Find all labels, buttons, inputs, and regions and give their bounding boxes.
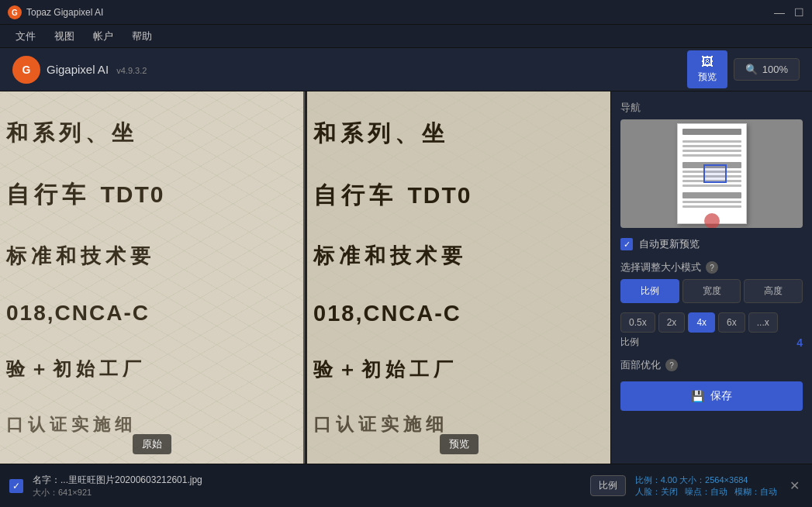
doc-line-5: 验＋初始工厂 [0, 357, 303, 381]
scale-4x-btn[interactable]: 4x [688, 312, 715, 333]
menu-help[interactable]: 帮助 [124, 26, 160, 47]
title-text: Topaz Gigapixel AI [26, 7, 103, 18]
minimize-button[interactable]: — [774, 6, 785, 19]
save-icon: 💾 [691, 390, 704, 402]
resize-mode-section: 选择调整大小模式 ? 比例 宽度 高度 [620, 260, 803, 303]
preview-button[interactable]: 🖼 预览 [687, 50, 727, 88]
image-icon: 🖼 [701, 55, 714, 69]
maximize-button[interactable]: ☐ [794, 6, 804, 19]
menu-bar: 文件 视图 帐户 帮助 [0, 25, 812, 48]
toolbar: G Gigapixel AI v4.9.3.2 🖼 预览 🔍 100% [0, 48, 812, 91]
scale-btn-group: 0.5x 2x 4x 6x ...x [620, 312, 803, 333]
save-button[interactable]: 💾 保存 [620, 381, 803, 411]
title-bar: G Topaz Gigapixel AI — ☐ [0, 0, 812, 25]
doc-line-r2: 自行车 TDT0 [307, 180, 610, 212]
doc-line-3: 标准和技术要 [0, 243, 303, 270]
scale-05x-btn[interactable]: 0.5x [620, 312, 655, 333]
processing-params: 人脸：关闭 噪点：自动 模糊：自动 [635, 486, 777, 498]
mode-btn-group: 比例 宽度 高度 [620, 279, 803, 303]
window-controls: — ☐ [774, 6, 804, 19]
output-info: 比例：4.00 大小：2564×3684 人脸：关闭 噪点：自动 模糊：自动 [635, 474, 777, 498]
auto-update-checkbox[interactable]: ✓ [620, 238, 633, 250]
sidebar: 导航 [610, 91, 812, 464]
doc-line-4: 018,CNCA-C [0, 301, 303, 326]
menu-file[interactable]: 文件 [8, 26, 43, 47]
doc-text-overlay-left: 和系列、坐 自行车 TDT0 标准和技术要 018,CNCA-C 验＋初始工厂 … [0, 91, 303, 464]
app-version: v4.9.3.2 [116, 66, 147, 75]
scale-6x-btn[interactable]: 6x [718, 312, 745, 333]
doc-text-overlay-right: 和系列、坐 自行车 TDT0 标准和技术要 018,CNCA-C 验＋初始工厂 … [307, 91, 610, 464]
doc-line-2: 自行车 TDT0 [0, 179, 303, 211]
status-bar: ✓ 名字：...里旺旺图片20200603212601.jpg 大小：641×9… [0, 464, 812, 507]
doc-line-r6: 口认证实施细 [307, 412, 610, 436]
nav-thumbnail[interactable] [620, 119, 803, 228]
preview-label: 预览 [440, 434, 479, 454]
doc-line-r4: 018,CNCA-C [307, 301, 610, 326]
resize-mode-label: 选择调整大小模式 [620, 260, 701, 274]
scale-2x-btn[interactable]: 2x [658, 312, 686, 333]
preview-panel: 和系列、坐 自行车 TDT0 标准和技术要 018,CNCA-C 验＋初始工厂 … [307, 91, 610, 464]
auto-update-label: 自动更新预览 [639, 237, 700, 251]
file-name: 名字：...里旺旺图片20200603212601.jpg [33, 474, 581, 487]
resize-mode-label-row: 选择调整大小模式 ? [620, 260, 803, 274]
doc-line-r5: 验＋初始工厂 [307, 357, 610, 382]
doc-line-r3: 标准和技术要 [307, 242, 610, 270]
thumbnail-doc [677, 123, 747, 224]
auto-update-row: ✓ 自动更新预览 [620, 237, 803, 251]
mode-ratio-btn[interactable]: 比例 [620, 279, 679, 303]
logo-area: G Gigapixel AI v4.9.3.2 [12, 56, 147, 84]
menu-account[interactable]: 帐户 [85, 26, 121, 47]
scale-label: 比例 [620, 336, 639, 349]
main-area: 和系列、坐 自行车 TDT0 标准和技术要 018,CNCA-C 验＋初始工厂 … [0, 91, 812, 464]
app-icon: G [8, 5, 22, 19]
original-label: 原始 [133, 434, 171, 454]
menu-view[interactable]: 视图 [47, 26, 82, 47]
nav-title: 导航 [620, 101, 803, 115]
output-size: 比例：4.00 大小：2564×3684 [635, 474, 777, 486]
scale-value-row: 比例 4 [620, 336, 803, 349]
scale-value: 4 [796, 336, 803, 349]
mode-height-btn[interactable]: 高度 [744, 279, 803, 303]
toolbar-right: 🖼 预览 🔍 100% [687, 50, 800, 88]
file-info: 名字：...里旺旺图片20200603212601.jpg 大小：641×921 [33, 474, 581, 498]
app-name: Gigapixel AI v4.9.3.2 [47, 63, 147, 76]
status-checkbox[interactable]: ✓ [9, 479, 23, 493]
mode-width-btn[interactable]: 宽度 [682, 279, 741, 303]
face-help-icon[interactable]: ? [665, 359, 678, 371]
scale-custom-btn[interactable]: ...x [748, 312, 778, 333]
doc-line-1: 和系列、坐 [0, 119, 303, 148]
doc-line-6: 口认证实施细 [0, 413, 303, 436]
resize-mode-help-icon[interactable]: ? [706, 261, 718, 274]
face-label: 面部优化 [620, 358, 661, 372]
zoom-button[interactable]: 🔍 100% [734, 58, 800, 81]
zoom-icon: 🔍 [745, 64, 758, 75]
file-dimensions: 大小：641×921 [33, 487, 581, 498]
svg-text:G: G [12, 9, 18, 17]
status-close-button[interactable]: ✕ [786, 475, 803, 496]
scale-section: 0.5x 2x 4x 6x ...x 比例 4 [620, 312, 803, 349]
original-image: 和系列、坐 自行车 TDT0 标准和技术要 018,CNCA-C 验＋初始工厂 … [0, 91, 303, 464]
doc-line-r1: 和系列、坐 [307, 119, 610, 150]
face-section: 面部优化 ? [620, 358, 803, 372]
app-name-block: Gigapixel AI v4.9.3.2 [47, 63, 147, 76]
ratio-badge[interactable]: 比例 [590, 475, 626, 496]
thumbnail-bg [620, 119, 803, 228]
original-panel: 和系列、坐 自行车 TDT0 标准和技术要 018,CNCA-C 验＋初始工厂 … [0, 91, 305, 464]
nav-section: 导航 [620, 101, 803, 228]
viewport-indicator [703, 164, 727, 183]
image-panels: 和系列、坐 自行车 TDT0 标准和技术要 018,CNCA-C 验＋初始工厂 … [0, 91, 610, 464]
app-logo: G [12, 56, 40, 84]
preview-image: 和系列、坐 自行车 TDT0 标准和技术要 018,CNCA-C 验＋初始工厂 … [307, 91, 610, 464]
